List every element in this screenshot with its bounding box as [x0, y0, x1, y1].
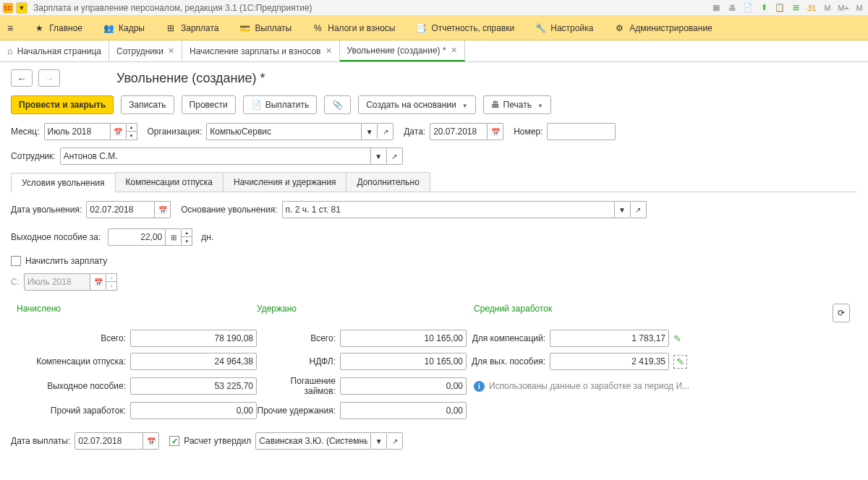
approved-checkbox[interactable] — [169, 436, 179, 446]
edit-pencil-icon[interactable]: ✎ — [673, 333, 681, 344]
menu-payments[interactable]: 💳Выплаты — [239, 16, 292, 40]
section-withheld: Удержано — [257, 304, 474, 322]
tb-clipboard-icon[interactable]: 📋 — [774, 2, 786, 14]
subtab-conditions[interactable]: Условия увольнения — [11, 173, 116, 192]
menu-admin[interactable]: ⚙Администрирование — [613, 16, 712, 40]
pay-date-input[interactable] — [75, 432, 143, 450]
info-icon: i — [474, 381, 485, 392]
tb-calendar-icon[interactable]: 31 — [806, 2, 817, 14]
menu-staff[interactable]: 👥Кадры — [103, 16, 145, 40]
from-label: С: — [11, 277, 20, 287]
tb-m2-icon[interactable]: M — [854, 2, 865, 14]
burger-menu[interactable]: ≡ — [7, 16, 13, 40]
pay-date-calendar-button[interactable]: 📅 — [143, 432, 159, 450]
post-button[interactable]: Провести — [182, 95, 236, 114]
menu-main[interactable]: ★Главное — [33, 16, 82, 40]
app-menu-dropdown[interactable]: ▼ — [16, 2, 27, 14]
tab-home[interactable]: ⌂Начальная страница — [0, 40, 109, 61]
calc-icon: ⊞ — [165, 22, 176, 34]
severance-days-input[interactable] — [108, 228, 166, 246]
tb-mplus-icon[interactable]: M+ — [838, 2, 849, 14]
nav-back-button[interactable]: ← — [11, 69, 33, 87]
severance-calc-button[interactable]: ⊞ — [166, 228, 182, 246]
close-icon[interactable]: ✕ — [451, 46, 457, 55]
tab-employees[interactable]: Сотрудники✕ — [109, 40, 182, 61]
loans-label: Погашение займов: — [257, 376, 340, 396]
pay-button[interactable]: 📄Выплатить — [243, 95, 318, 114]
employee-dropdown-button[interactable]: ▼ — [371, 147, 387, 165]
date-input[interactable] — [430, 123, 488, 140]
main-menu: ≡ ★Главное 👥Кадры ⊞Зарплата 💳Выплаты %На… — [0, 16, 868, 40]
tb-sidebar-icon[interactable]: ▦ — [710, 2, 722, 14]
month-input[interactable] — [44, 123, 111, 140]
month-calendar-button[interactable]: 📅 — [111, 123, 127, 140]
basis-label: Основание увольнения: — [181, 205, 277, 215]
days-suffix: дн. — [201, 232, 213, 242]
dismissal-subtabs: Условия увольнения Компенсации отпуска Н… — [11, 172, 857, 192]
org-label: Организация: — [148, 127, 203, 137]
from-spinner: ▲▼ — [106, 273, 117, 291]
other-withheld-value — [340, 402, 467, 419]
tb-print-icon[interactable]: 🖶 — [726, 2, 738, 14]
comp-vac-label: Компенсации отпуска: — [11, 356, 130, 367]
for-sev-label: Для вых. пособия: — [467, 356, 550, 367]
org-input[interactable] — [206, 123, 362, 140]
create-based-on-button[interactable]: Создать на основании — [358, 95, 475, 114]
basis-open-button[interactable]: ↗ — [631, 201, 647, 218]
date-calendar-button[interactable]: 📅 — [488, 123, 503, 140]
tab-dismissal[interactable]: Увольнение (создание) *✕ — [340, 40, 465, 61]
tb-up-icon[interactable]: ⬆ — [758, 2, 770, 14]
approver-dropdown-button[interactable]: ▼ — [371, 432, 387, 450]
gear-icon: ⚙ — [613, 22, 625, 34]
for-sev-value — [550, 353, 669, 370]
from-calendar-button: 📅 — [90, 273, 106, 291]
people-icon: 👥 — [103, 22, 114, 34]
tb-doc-icon[interactable]: 📄 — [742, 2, 754, 14]
tb-m-icon[interactable]: M — [822, 2, 833, 14]
for-comp-label: Для компенсаций: — [467, 333, 550, 343]
close-icon[interactable]: ✕ — [168, 46, 174, 56]
month-spinner[interactable]: ▲▼ — [127, 123, 137, 140]
basis-input[interactable] — [282, 201, 615, 218]
menu-salary[interactable]: ⊞Зарплата — [165, 16, 219, 40]
post-and-close-button[interactable]: Провести и закрыть — [11, 95, 114, 114]
severance-label: Выходное пособие: — [11, 381, 130, 391]
subtab-additional[interactable]: Дополнительно — [346, 172, 430, 192]
tab-accruals[interactable]: Начисление зарплаты и взносов✕ — [182, 40, 340, 61]
approver-input[interactable] — [255, 432, 371, 450]
number-label: Номер: — [514, 127, 542, 137]
attach-button[interactable]: 📎 — [324, 95, 351, 114]
date-label: Дата: — [404, 127, 425, 137]
pay-icon: 📄 — [251, 100, 262, 110]
employee-open-button[interactable]: ↗ — [387, 147, 403, 165]
subtab-compensation[interactable]: Компенсации отпуска — [115, 172, 224, 192]
section-avg-salary: Средний заработок — [474, 304, 633, 322]
pay-date-label: Дата выплаты: — [11, 436, 70, 446]
menu-settings[interactable]: 🔧Настройка — [535, 16, 593, 40]
tb-calc-icon[interactable]: ⊞ — [790, 2, 801, 14]
refresh-button[interactable]: ⟳ — [833, 304, 850, 322]
other-income-value — [130, 402, 257, 419]
approved-label: Расчет утвердил — [184, 436, 251, 446]
org-open-button[interactable]: ↗ — [378, 123, 393, 140]
severance-spinner[interactable]: ▲▼ — [182, 228, 192, 246]
dismissal-date-input[interactable] — [86, 201, 155, 218]
edit-dashed-icon[interactable]: ✎ — [673, 355, 687, 369]
menu-taxes[interactable]: %Налоги и взносы — [312, 16, 395, 40]
severance-days-label: Выходное пособие за: — [11, 232, 101, 242]
employee-input[interactable] — [60, 147, 371, 165]
dismissal-date-calendar-button[interactable]: 📅 — [155, 201, 171, 218]
accrue-salary-label: Начислить зарплату — [25, 256, 107, 266]
basis-dropdown-button[interactable]: ▼ — [615, 201, 631, 218]
subtab-accruals[interactable]: Начисления и удержания — [223, 172, 346, 192]
approver-open-button[interactable]: ↗ — [387, 432, 403, 450]
ndfl-label: НДФЛ: — [257, 356, 340, 367]
print-button[interactable]: 🖶Печать — [483, 95, 551, 114]
number-input[interactable] — [547, 123, 616, 140]
nav-forward-button[interactable]: → — [38, 69, 60, 87]
accrue-salary-checkbox[interactable] — [11, 256, 21, 266]
org-dropdown-button[interactable]: ▼ — [362, 123, 378, 140]
close-icon[interactable]: ✕ — [326, 46, 332, 56]
save-button[interactable]: Записать — [121, 95, 174, 114]
menu-reports[interactable]: 📑Отчетность, справки — [416, 16, 515, 40]
